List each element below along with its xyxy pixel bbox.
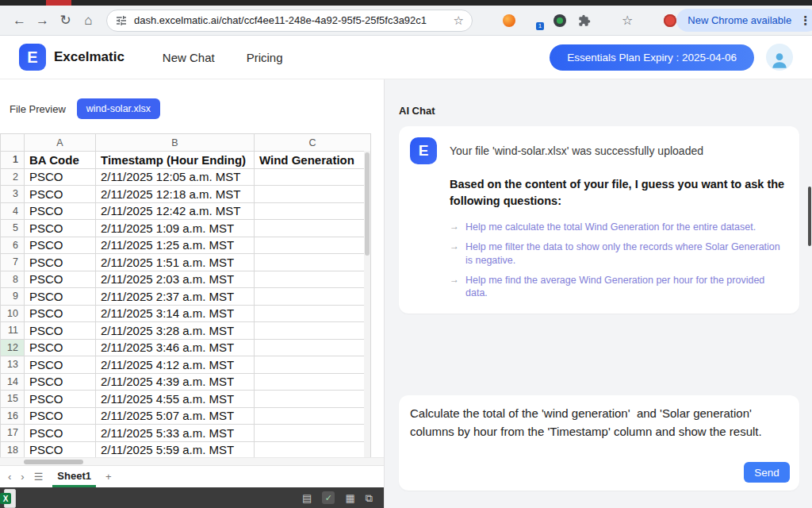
shield-check-icon[interactable]: ✓	[322, 491, 335, 504]
row-number[interactable]: 4	[1, 202, 25, 220]
cell-b8[interactable]: 2/11/2025 2:03 a.m. MST	[96, 271, 255, 288]
row-number[interactable]: 3	[1, 186, 25, 203]
cell-b15[interactable]: 2/11/2025 4:55 a.m. MST	[96, 391, 255, 408]
extension-blue-icon[interactable]: 1	[527, 13, 542, 28]
cell-a4[interactable]: PSCO	[25, 202, 96, 220]
column-header-a[interactable]: A	[25, 134, 96, 152]
select-all-corner[interactable]	[1, 134, 25, 152]
cell-c12[interactable]	[255, 339, 371, 356]
cell-a3[interactable]: PSCO	[25, 186, 96, 203]
browser-menu-icon[interactable]: ⋮	[799, 13, 811, 28]
forward-button[interactable]: →	[31, 9, 54, 32]
row-number[interactable]: 18	[1, 441, 25, 457]
cell-b10[interactable]: 2/11/2025 3:14 a.m. MST	[96, 305, 255, 322]
url-text[interactable]: dash.excelmatic.ai/chat/ccf4ee11-248e-4a…	[134, 14, 447, 26]
cell-c11[interactable]	[255, 322, 371, 340]
cell-b12[interactable]: 2/11/2025 3:46 a.m. MST	[96, 339, 255, 356]
site-settings-icon[interactable]	[115, 14, 128, 27]
chrome-update-chip[interactable]: New Chrome available ⋮	[676, 9, 812, 32]
recording-indicator-icon[interactable]	[664, 14, 676, 27]
row-number[interactable]: 15	[1, 391, 25, 408]
cell-c6[interactable]	[255, 237, 371, 254]
add-sheet-icon[interactable]: +	[105, 471, 112, 483]
row-number[interactable]: 7	[1, 254, 25, 271]
cell-b6[interactable]: 2/11/2025 1:25 a.m. MST	[96, 237, 255, 254]
row-number[interactable]: 6	[1, 237, 25, 254]
cell-b13[interactable]: 2/11/2025 4:12 a.m. MST	[96, 356, 255, 374]
cell-b3[interactable]: 2/11/2025 12:18 a.m. MST	[96, 186, 255, 203]
cell-c5[interactable]	[255, 220, 371, 237]
clipboard-icon[interactable]: ▤	[302, 493, 312, 503]
cell-c4[interactable]	[255, 202, 371, 220]
refresh-button[interactable]: ↻	[54, 9, 77, 32]
cell-b11[interactable]: 2/11/2025 3:28 a.m. MST	[96, 322, 255, 340]
sheet-horizontal-scrollbar[interactable]	[0, 457, 384, 465]
cell-b7[interactable]: 2/11/2025 1:51 a.m. MST	[96, 254, 255, 271]
cell-a18[interactable]: PSCO	[25, 441, 96, 457]
cell-c2[interactable]	[255, 168, 371, 186]
cell-a17[interactable]: PSCO	[25, 425, 96, 442]
cell-b5[interactable]: 2/11/2025 1:09 a.m. MST	[96, 220, 255, 237]
cell-c7[interactable]	[255, 254, 371, 271]
cell-a15[interactable]: PSCO	[25, 391, 96, 408]
window-icon[interactable]: ⧉	[366, 493, 373, 503]
cell-c3[interactable]	[255, 186, 371, 203]
row-number[interactable]: 11	[1, 322, 25, 340]
sheet-tab-sheet1[interactable]: Sheet1	[52, 466, 96, 487]
row-number[interactable]: 12	[1, 339, 25, 356]
extensions-puzzle-icon[interactable]	[578, 14, 591, 27]
row-number[interactable]: 5	[1, 220, 25, 237]
cell-a9[interactable]: PSCO	[25, 288, 96, 306]
suggestion-item[interactable]: →Help me calculate the total Wind Genera…	[450, 221, 785, 233]
suggestion-item[interactable]: →Help me filter the data to show only th…	[450, 241, 785, 267]
cell-b17[interactable]: 2/11/2025 5:33 a.m. MST	[96, 425, 255, 442]
cell-a2[interactable]: PSCO	[25, 168, 96, 186]
cell-c16[interactable]	[255, 407, 371, 425]
cell-a10[interactable]: PSCO	[25, 305, 96, 322]
cell-c14[interactable]	[255, 373, 371, 391]
cell-c8[interactable]	[255, 271, 371, 288]
cell-b18[interactable]: 2/11/2025 5:59 a.m. MST	[96, 441, 255, 457]
cell-b14[interactable]: 2/11/2025 4:39 a.m. MST	[96, 373, 255, 391]
cell-c13[interactable]	[255, 356, 371, 374]
nav-new-chat[interactable]: New Chat	[163, 51, 215, 64]
cell-b9[interactable]: 2/11/2025 2:37 a.m. MST	[96, 288, 255, 306]
address-bar[interactable]: dash.excelmatic.ai/chat/ccf4ee11-248e-4a…	[106, 10, 473, 32]
cell-a11[interactable]: PSCO	[25, 322, 96, 340]
cell-c10[interactable]	[255, 305, 371, 322]
cell-a13[interactable]: PSCO	[25, 356, 96, 374]
column-header-c[interactable]: C	[255, 134, 371, 152]
sheet-prev-icon[interactable]: ‹	[8, 471, 11, 483]
page-scrollbar-thumb[interactable]	[808, 187, 811, 246]
extension-star-icon[interactable]: ☆	[622, 13, 633, 28]
nav-pricing[interactable]: Pricing	[247, 51, 283, 64]
send-button[interactable]: Send	[744, 462, 790, 483]
sheet-next-icon[interactable]: ›	[21, 471, 24, 483]
suggestion-item[interactable]: →Help me find the average Wind Generatio…	[450, 274, 785, 300]
row-number[interactable]: 16	[1, 407, 25, 425]
sheet-hscroll-thumb[interactable]	[24, 460, 83, 464]
sheet-vscroll-thumb[interactable]	[365, 152, 370, 256]
avatar[interactable]	[766, 44, 793, 71]
cell-a7[interactable]: PSCO	[25, 254, 96, 271]
cell-b16[interactable]: 2/11/2025 5:07 a.m. MST	[96, 407, 255, 425]
cell-b4[interactable]: 2/11/2025 12:42 a.m. MST	[96, 202, 255, 220]
chat-input[interactable]: Calculate the total of the 'wind generat…	[410, 405, 788, 457]
cell-a8[interactable]: PSCO	[25, 271, 96, 288]
cell-c17[interactable]	[255, 425, 371, 442]
bookmark-star-icon[interactable]: ☆	[454, 13, 464, 28]
cell-a1[interactable]: BA Code	[25, 152, 96, 169]
excel-app-icon[interactable]: X	[0, 489, 16, 508]
sheet-menu-icon[interactable]: ☰	[34, 471, 44, 483]
row-number[interactable]: 14	[1, 373, 25, 391]
cell-a14[interactable]: PSCO	[25, 373, 96, 391]
sheet-vertical-scrollbar[interactable]	[364, 151, 370, 457]
cell-a16[interactable]: PSCO	[25, 407, 96, 425]
plan-expiry-button[interactable]: Essentials Plan Expiry : 2025-04-06	[550, 44, 754, 71]
row-number[interactable]: 13	[1, 356, 25, 374]
filename-badge[interactable]: wind-solar.xlsx	[77, 98, 160, 119]
home-button[interactable]: ⌂	[77, 9, 100, 32]
cell-a5[interactable]: PSCO	[25, 220, 96, 237]
row-number[interactable]: 10	[1, 305, 25, 322]
cell-c15[interactable]	[255, 391, 371, 408]
